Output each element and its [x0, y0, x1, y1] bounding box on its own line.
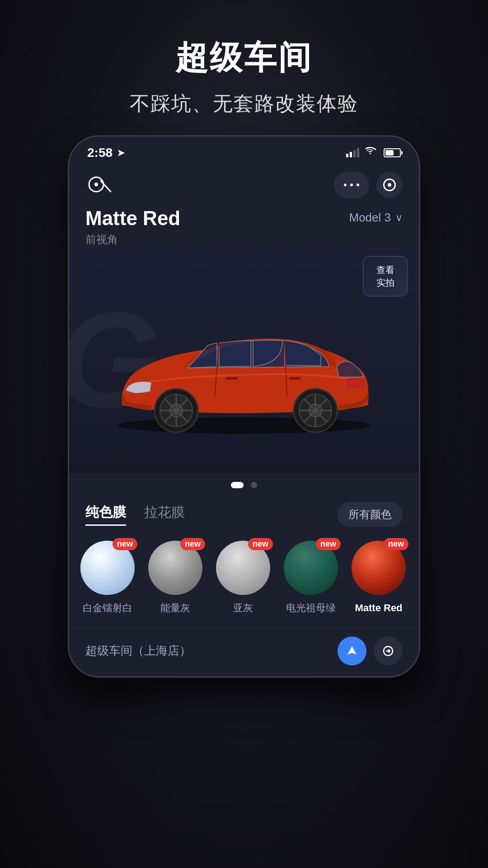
more-button[interactable] — [334, 172, 369, 198]
car-name-group: Matte Red 前视角 — [85, 207, 180, 247]
signal-bar-1 — [346, 154, 348, 157]
signal-bar-4 — [357, 148, 359, 157]
phone-frame: 2:58 ➤ — [68, 135, 420, 678]
battery-icon — [384, 148, 401, 157]
swatch-label-1: 白金镭射白 — [83, 601, 132, 615]
action-buttons — [338, 637, 403, 665]
shop-name: 超级车间（上海店） — [85, 643, 191, 659]
signal-bar-3 — [353, 150, 356, 157]
new-badge-1: new — [113, 538, 137, 550]
swatch-electric-green[interactable]: new 电光祖母绿 — [282, 541, 340, 615]
marketing-title: 超级车间 — [130, 36, 358, 80]
swatch-energy-gray[interactable]: new 能量灰 — [146, 541, 205, 615]
wifi-icon — [366, 147, 377, 159]
page-dot-2[interactable] — [251, 482, 257, 488]
car-angle: 前视角 — [85, 232, 180, 247]
svg-line-1 — [101, 181, 111, 192]
film-tabs: 纯色膜 拉花膜 所有颜色 — [69, 497, 419, 536]
status-bar: 2:58 ➤ — [69, 137, 419, 165]
car-name: Matte Red — [85, 207, 180, 230]
swatch-wrapper-5: new — [352, 541, 406, 595]
svg-rect-20 — [226, 377, 238, 380]
app-logo — [85, 174, 113, 196]
real-photo-text: 查看 实拍 — [376, 264, 394, 289]
page-dots — [69, 473, 419, 497]
real-photo-line2: 实拍 — [376, 278, 394, 288]
dot3 — [357, 184, 359, 186]
new-badge-4: new — [316, 538, 341, 550]
target-button[interactable] — [376, 172, 403, 198]
header-actions — [334, 172, 403, 198]
swatch-matte-red[interactable]: new Matte Red — [349, 541, 408, 615]
swatch-wrapper-2: new — [148, 541, 202, 595]
svg-point-2 — [94, 183, 98, 186]
swatch-wrapper-4: new — [284, 541, 338, 595]
swatch-label-4: 电光祖母绿 — [286, 601, 336, 615]
swatch-label-3: 亚灰 — [233, 601, 253, 615]
tab-pattern-film[interactable]: 拉花膜 — [144, 503, 185, 526]
car-display: G 查看 实拍 — [69, 247, 419, 473]
marketing-section: 超级车间 不踩坑、无套路改装体验 — [130, 0, 358, 135]
navigation-icon — [346, 645, 358, 657]
new-badge-3: new — [248, 538, 273, 550]
status-time: 2:58 ➤ — [87, 146, 125, 160]
all-colors-button[interactable]: 所有颜色 — [338, 502, 403, 527]
real-photo-line1: 查看 — [376, 265, 394, 275]
secondary-action-button[interactable] — [374, 637, 403, 665]
swatch-white-gold[interactable]: new 白金镭射白 — [78, 541, 137, 615]
model-text: Model 3 — [349, 211, 391, 225]
location-icon: ➤ — [117, 147, 125, 158]
bottom-bar: 超级车间（上海店） — [69, 629, 419, 676]
navigation-button[interactable] — [338, 637, 366, 665]
dot2 — [350, 184, 353, 186]
swatch-label-2: 能量灰 — [160, 601, 190, 615]
phone-mockup: 2:58 ➤ — [68, 135, 420, 678]
swatch-label-5: Matte Red — [355, 601, 402, 615]
new-badge-2: new — [180, 538, 205, 550]
battery-fill — [385, 150, 394, 156]
time-display: 2:58 — [87, 146, 113, 160]
real-photo-button[interactable]: 查看 实拍 — [363, 256, 408, 297]
swatch-wrapper-1: new — [80, 541, 135, 595]
svg-rect-21 — [289, 377, 301, 380]
app-header — [69, 165, 419, 203]
model-selector[interactable]: Model 3 ∨ — [349, 211, 403, 225]
signal-icon — [346, 148, 359, 157]
tab-solid-film[interactable]: 纯色膜 — [85, 503, 126, 526]
new-badge-5: new — [384, 538, 408, 550]
share-icon — [382, 645, 394, 657]
page-dot-1[interactable] — [231, 482, 244, 488]
tabs-left: 纯色膜 拉花膜 — [85, 503, 185, 526]
status-icons — [346, 147, 401, 159]
swatch-sub-gray[interactable]: new 亚灰 — [214, 541, 272, 615]
car-image — [86, 283, 402, 446]
signal-bar-2 — [350, 152, 352, 157]
chevron-down-icon: ∨ — [395, 212, 403, 224]
target-icon — [383, 179, 396, 191]
marketing-subtitle: 不踩坑、无套路改装体验 — [130, 90, 358, 117]
car-info-section: Matte Red 前视角 Model 3 ∨ — [69, 203, 419, 247]
dot1 — [344, 184, 347, 186]
swatch-wrapper-3: new — [216, 541, 270, 595]
color-swatches: new 白金镭射白 new 能量灰 new 亚灰 — [69, 536, 419, 629]
